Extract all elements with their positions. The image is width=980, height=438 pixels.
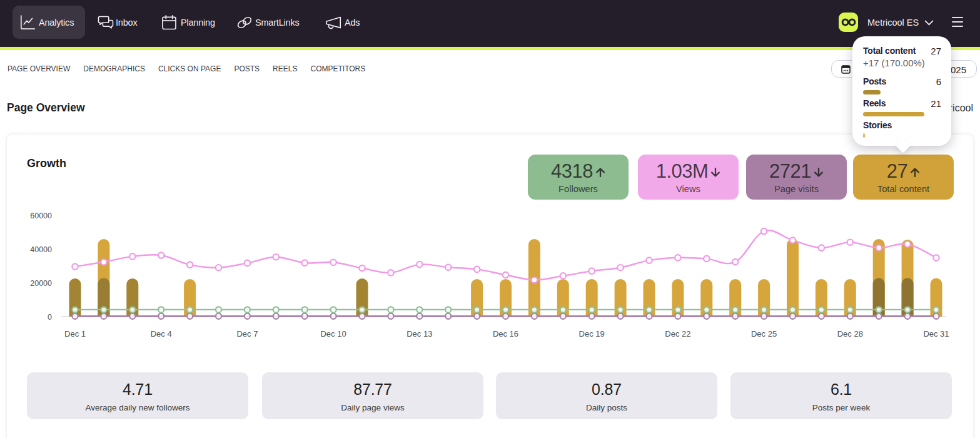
svg-text:20000: 20000 [30, 279, 52, 288]
svg-text:Dec 19: Dec 19 [579, 329, 605, 339]
svg-text:Dec 28: Dec 28 [837, 329, 863, 339]
svg-text:60000: 60000 [30, 211, 52, 220]
svg-text:Dec 10: Dec 10 [320, 329, 346, 339]
svg-text:Dec 13: Dec 13 [407, 329, 432, 339]
svg-text:Dec 7: Dec 7 [236, 329, 258, 339]
svg-text:Dec 22: Dec 22 [665, 329, 690, 339]
svg-text:Dec 16: Dec 16 [493, 329, 518, 339]
svg-text:Dec 25: Dec 25 [751, 329, 777, 339]
svg-text:Dec 1: Dec 1 [64, 329, 86, 339]
svg-text:0: 0 [48, 313, 52, 322]
svg-text:Dec 31: Dec 31 [923, 329, 949, 339]
svg-text:40000: 40000 [30, 245, 52, 254]
svg-text:Dec 4: Dec 4 [151, 329, 172, 339]
